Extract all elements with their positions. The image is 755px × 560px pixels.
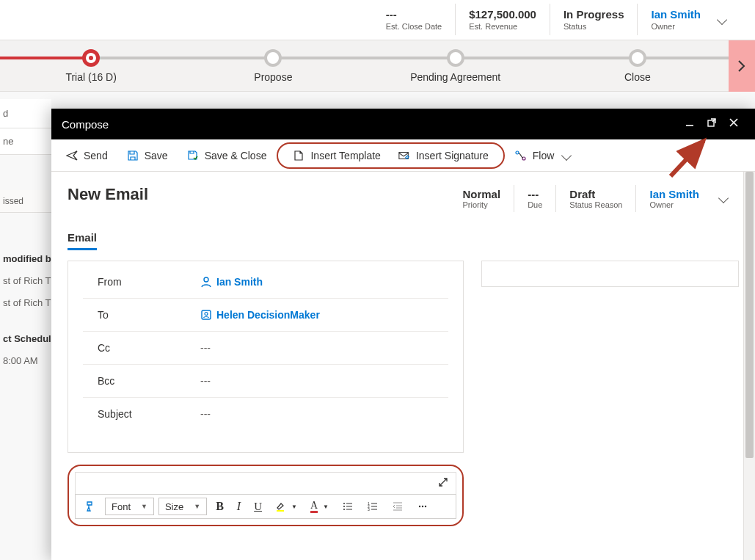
bg-section-fragment: ne <box>0 128 51 155</box>
insert-template-button[interactable]: Insert Template <box>284 145 389 166</box>
summary-owner[interactable]: Ian Smith Owner <box>635 185 712 212</box>
summary-priority: Normal Priority <box>449 185 514 212</box>
person-icon <box>200 276 212 288</box>
svg-point-29 <box>422 506 423 507</box>
stage-circle-icon <box>447 49 464 67</box>
field-to[interactable]: To Helen DecisionMaker <box>83 299 448 332</box>
vertical-scrollbar[interactable] <box>743 172 755 560</box>
summary-label: Status Reason <box>569 200 622 209</box>
field-value: --- <box>200 408 211 420</box>
stage-circle-icon <box>82 49 100 67</box>
flow-button[interactable]: Flow <box>506 145 580 166</box>
lookup-text: Ian Smith <box>216 276 263 288</box>
editor-toolbar: Font ▼ Size ▼ B I U ▼ <box>75 494 456 519</box>
stage-label: Trial (16 D) <box>0 71 182 83</box>
to-lookup-value[interactable]: Helen DecisionMaker <box>200 309 320 321</box>
select-label: Size <box>165 501 183 512</box>
font-size-select[interactable]: Size ▼ <box>158 498 207 515</box>
command-bar: Send Save Save & Close Insert Template <box>51 139 755 172</box>
bg-text-line: st of Rich T <box>0 292 51 314</box>
info-value: --- <box>386 8 442 21</box>
summary-status-reason: Draft Status Reason <box>555 185 635 212</box>
save-close-button[interactable]: Save & Close <box>178 145 276 166</box>
svg-point-12 <box>343 503 345 504</box>
info-label: Est. Close Date <box>386 22 442 31</box>
highlight-color-button[interactable]: ▼ <box>271 498 302 515</box>
stage-propose[interactable]: Propose <box>182 40 364 92</box>
template-icon <box>293 150 304 161</box>
stage-label: Propose <box>182 71 364 83</box>
send-button[interactable]: Send <box>57 145 117 166</box>
format-painter-button[interactable] <box>80 498 101 515</box>
stage-trial[interactable]: Trial (16 D) <box>0 40 182 92</box>
decrease-indent-button[interactable] <box>387 498 408 515</box>
svg-point-13 <box>343 506 345 507</box>
info-cell-owner[interactable]: Ian Smith Owner <box>637 4 714 35</box>
bullet-list-button[interactable] <box>338 498 358 515</box>
field-value: --- <box>200 342 211 354</box>
close-button[interactable] <box>723 117 745 131</box>
expand-editor-icon[interactable] <box>438 477 448 490</box>
cmd-label: Insert Signature <box>416 150 489 161</box>
save-button[interactable]: Save <box>118 145 177 166</box>
info-cell-close-date: --- Est. Close Date <box>373 4 455 35</box>
signature-icon <box>398 150 410 161</box>
field-subject[interactable]: Subject --- <box>83 398 448 430</box>
process-next-button[interactable] <box>729 40 755 92</box>
bg-text-line: st of Rich T <box>0 270 51 292</box>
svg-point-6 <box>516 151 519 154</box>
lookup-text: Helen DecisionMaker <box>216 309 320 321</box>
font-family-select[interactable]: Font ▼ <box>105 498 154 515</box>
flow-icon <box>515 150 527 161</box>
header-info-strip: --- Est. Close Date $127,500.000 Est. Re… <box>373 4 733 35</box>
more-commands-button[interactable] <box>412 498 433 515</box>
cmd-label: Flow <box>533 150 555 161</box>
summary-expand-chevron[interactable] <box>712 185 732 204</box>
insert-signature-button[interactable]: Insert Signature <box>390 145 497 166</box>
summary-value: --- <box>528 188 542 200</box>
save-close-icon <box>187 150 199 161</box>
bold-button[interactable]: B <box>211 497 228 516</box>
info-value: Ian Smith <box>651 8 701 21</box>
caret-down-icon: ▼ <box>194 503 200 510</box>
svg-point-8 <box>204 277 208 282</box>
numbered-list-button[interactable]: 123 <box>362 498 383 515</box>
underline-button[interactable]: U <box>249 498 266 516</box>
minimize-button[interactable] <box>679 117 701 131</box>
annotation-oval-editor: Font ▼ Size ▼ B I U ▼ <box>68 465 464 526</box>
chevron-down-icon <box>563 150 570 161</box>
stage-label: Close <box>547 71 729 83</box>
compose-panel: Compose Send Save Save & Cl <box>51 109 755 560</box>
compose-header: Compose <box>51 109 755 139</box>
caret-down-icon: ▼ <box>291 503 297 510</box>
scrollbar-thumb[interactable] <box>745 172 754 458</box>
info-label: Status <box>563 22 624 31</box>
process-stages: Trial (16 D) Propose Pending Agreement C… <box>0 40 729 92</box>
svg-rect-5 <box>399 152 408 159</box>
stage-circle-icon <box>264 49 282 67</box>
info-value: $127,500.000 <box>469 8 536 21</box>
from-lookup-value[interactable]: Ian Smith <box>200 276 263 288</box>
send-icon <box>66 150 78 161</box>
info-cell-status: In Progress Status <box>550 4 638 35</box>
bg-schedule-time: 8:00 AM <box>0 350 51 372</box>
cmd-label: Send <box>84 150 108 161</box>
stage-pending-agreement[interactable]: Pending Agreement <box>365 40 547 92</box>
right-side-card <box>481 261 739 287</box>
caret-down-icon: ▼ <box>323 503 329 510</box>
field-cc[interactable]: Cc --- <box>83 332 448 365</box>
stage-close[interactable]: Close <box>547 40 729 92</box>
field-from[interactable]: From Ian Smith <box>83 266 448 299</box>
tab-email[interactable]: Email <box>68 231 97 250</box>
bg-dismissed-fragment: issed <box>0 190 51 213</box>
italic-button[interactable]: I <box>233 497 245 516</box>
field-bcc[interactable]: Bcc --- <box>83 365 448 398</box>
header-expand-chevron[interactable] <box>714 4 733 26</box>
info-label: Est. Revenue <box>469 22 536 31</box>
svg-point-30 <box>425 506 426 507</box>
header-bar: --- Est. Close Date $127,500.000 Est. Re… <box>0 0 755 40</box>
popout-button[interactable] <box>701 117 723 131</box>
font-color-button[interactable]: A▼ <box>306 498 333 516</box>
bg-tab-fragment: d <box>0 99 51 128</box>
info-value: In Progress <box>563 8 624 21</box>
